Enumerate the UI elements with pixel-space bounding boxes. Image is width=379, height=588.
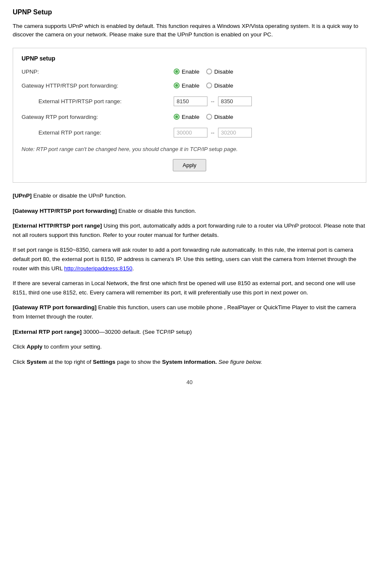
desc-multi-camera-text: If there are several cameras in Local Ne… bbox=[13, 280, 355, 296]
intro-paragraph: The camera supports UPnP which is enable… bbox=[13, 22, 366, 39]
ext-rtp-port-start[interactable] bbox=[174, 128, 207, 137]
upnp-row: UPNP: Enable Disable bbox=[22, 69, 357, 75]
rtp-note: Note: RTP port range can't be changed he… bbox=[22, 145, 357, 154]
desc-port-info: If set port range is 8150~8350, camera w… bbox=[13, 245, 366, 273]
desc-ext-rtp: [External RTP port range] 30000—30200 de… bbox=[13, 327, 366, 337]
desc-gateway-rtp: [Gateway RTP port forwarding] Enable thi… bbox=[13, 303, 366, 321]
apply-button[interactable]: Apply bbox=[173, 159, 206, 171]
gateway-rtp-label: Gateway RTP port forwarding: bbox=[22, 114, 174, 120]
gateway-http-enable-option[interactable]: Enable bbox=[174, 82, 199, 89]
gateway-http-enable-radio[interactable] bbox=[174, 82, 180, 88]
gateway-rtp-disable-option[interactable]: Disable bbox=[206, 114, 233, 120]
page-number: 40 bbox=[13, 379, 366, 385]
desc-port-info-end: . bbox=[132, 265, 134, 272]
gateway-rtp-row: Gateway RTP port forwarding: Enable Disa… bbox=[22, 114, 357, 120]
ext-rtp-range-label: External RTP port range: bbox=[22, 129, 174, 136]
ext-http-port-start[interactable] bbox=[174, 96, 207, 106]
ext-http-range-label: External HTTP/RTSP port range: bbox=[22, 98, 174, 104]
gateway-rtp-enable-radio[interactable] bbox=[174, 114, 180, 120]
desc-click-system-mid1: at the top right of bbox=[47, 359, 93, 365]
desc-ext-http: [External HTTP/RTSP port range] Using th… bbox=[13, 221, 366, 239]
gateway-http-label: Gateway HTTP/RTSP port forwarding: bbox=[22, 82, 174, 89]
upnp-enable-radio[interactable] bbox=[174, 69, 180, 74]
ext-http-range-row: External HTTP/RTSP port range: -- bbox=[22, 96, 357, 106]
ext-http-port-dash: -- bbox=[211, 98, 215, 104]
desc-gateway-http: [Gateway HTTP/RTSP port forwarding] Enab… bbox=[13, 206, 366, 216]
desc-gateway-http-text: Enable or disable this function. bbox=[118, 208, 196, 214]
gateway-http-radio-group[interactable]: Enable Disable bbox=[174, 82, 233, 89]
gateway-http-row: Gateway HTTP/RTSP port forwarding: Enabl… bbox=[22, 82, 357, 89]
gateway-rtp-disable-radio[interactable] bbox=[206, 114, 212, 120]
gateway-rtp-enable-label: Enable bbox=[182, 114, 199, 120]
upnp-disable-radio[interactable] bbox=[206, 69, 212, 74]
upnp-enable-option[interactable]: Enable bbox=[174, 69, 199, 75]
gateway-http-disable-radio[interactable] bbox=[206, 82, 212, 88]
upnp-disable-label: Disable bbox=[214, 69, 233, 75]
desc-settings-bold: Settings bbox=[93, 359, 115, 365]
page-title: UPNP Setup bbox=[13, 8, 366, 16]
desc-see-figure: See figure below. bbox=[217, 359, 262, 365]
desc-click-apply: Click Apply to confirm your setting. bbox=[13, 342, 366, 352]
ext-rtp-port-range-group: -- bbox=[174, 128, 252, 137]
desc-click-system-bold: System bbox=[27, 359, 47, 365]
desc-sysinfo-bold: System information. bbox=[162, 359, 217, 365]
gateway-http-disable-option[interactable]: Disable bbox=[206, 82, 233, 89]
desc-upnp: [UPnP] Enable or disable the UPnP functi… bbox=[13, 191, 366, 201]
desc-upnp-text: Enable or disable the UPnP function. bbox=[33, 192, 126, 199]
desc-ext-http-bold: [External HTTP/RTSP port range] bbox=[13, 223, 102, 229]
desc-gateway-rtp-bold: [Gateway RTP port forwarding] bbox=[13, 304, 97, 310]
desc-click-system: Click System at the top right of Setting… bbox=[13, 357, 366, 367]
desc-ext-rtp-bold: [External RTP port range] bbox=[13, 329, 82, 335]
description-section: [UPnP] Enable or disable the UPnP functi… bbox=[13, 191, 366, 366]
ext-http-port-end[interactable] bbox=[218, 96, 252, 106]
desc-ext-rtp-text: 30000—30200 default. (See TCP/IP setup) bbox=[83, 329, 192, 335]
desc-click-apply-post: to confirm your setting. bbox=[43, 343, 102, 350]
upnp-radio-group[interactable]: Enable Disable bbox=[174, 69, 233, 75]
upnp-label: UPNP: bbox=[22, 69, 174, 75]
gateway-http-enable-label: Enable bbox=[182, 82, 199, 89]
gateway-http-disable-label: Disable bbox=[214, 82, 233, 89]
ext-rtp-port-dash: -- bbox=[211, 129, 215, 136]
desc-upnp-bold: [UPnP] bbox=[13, 192, 32, 199]
desc-multi-camera: If there are several cameras in Local Ne… bbox=[13, 279, 366, 297]
upnp-enable-label: Enable bbox=[182, 69, 199, 75]
desc-click-system-mid2: page to show the bbox=[115, 359, 162, 365]
desc-gateway-http-bold: [Gateway HTTP/RTSP port forwarding] bbox=[13, 208, 117, 214]
apply-row: Apply bbox=[22, 159, 357, 171]
desc-click-apply-bold: Apply bbox=[27, 343, 43, 350]
gateway-rtp-radio-group[interactable]: Enable Disable bbox=[174, 114, 233, 120]
gateway-rtp-disable-label: Disable bbox=[214, 114, 233, 120]
setup-box-title: UPNP setup bbox=[22, 55, 357, 62]
desc-click-apply-pre: Click bbox=[13, 343, 27, 350]
ext-rtp-port-end[interactable] bbox=[218, 128, 252, 137]
upnp-disable-option[interactable]: Disable bbox=[206, 69, 233, 75]
gateway-rtp-enable-option[interactable]: Enable bbox=[174, 114, 199, 120]
setup-box: UPNP setup UPNP: Enable Disable Gateway … bbox=[13, 48, 366, 183]
desc-click-system-pre: Click bbox=[13, 359, 27, 365]
router-ip-link[interactable]: http://routeripaddress:8150 bbox=[64, 265, 132, 272]
ext-http-port-range-group: -- bbox=[174, 96, 252, 106]
ext-rtp-range-row: External RTP port range: -- bbox=[22, 128, 357, 137]
